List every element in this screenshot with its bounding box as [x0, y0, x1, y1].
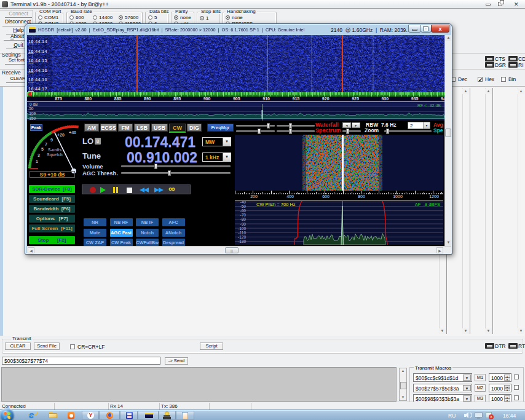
svg-text:-70: -70: [240, 213, 247, 217]
svg-text:-90: -90: [240, 222, 247, 226]
svg-text:+40: +40: [69, 130, 76, 135]
svg-text:-110: -110: [238, 231, 246, 235]
svg-text:9: 9: [50, 138, 53, 142]
svg-text:Squelch: Squelch: [47, 153, 62, 157]
svg-text:S-units: S-units: [48, 148, 61, 152]
svg-text:3: 3: [38, 153, 40, 157]
svg-text:-60: -60: [240, 208, 247, 213]
svg-text:-130: -130: [238, 239, 246, 244]
svg-text:7: 7: [45, 142, 47, 146]
svg-text:-120: -120: [238, 235, 246, 239]
svg-text:1: 1: [36, 159, 38, 164]
svg-text:-100: -100: [238, 226, 246, 231]
svg-text:+20: +20: [57, 133, 65, 137]
svg-text:AF -8 dBFS: AF -8 dBFS: [415, 202, 440, 207]
svg-text:5: 5: [41, 147, 44, 151]
svg-text:-80: -80: [240, 217, 247, 221]
svg-text:-50: -50: [240, 204, 247, 208]
svg-text:CW Pitch = 700 Hz: CW Pitch = 700 Hz: [256, 202, 296, 207]
